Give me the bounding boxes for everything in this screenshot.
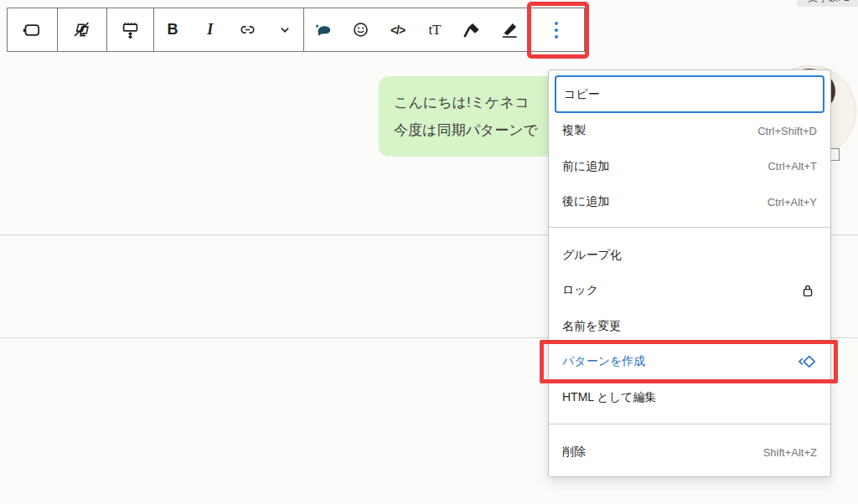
menu-item-label: ロック	[562, 283, 598, 298]
display-transform-button[interactable]	[58, 8, 107, 51]
text-size-glyph: tT	[428, 22, 441, 39]
menu-item-insert-after[interactable]: 後に追加 Ctrl+Alt+Y	[549, 184, 830, 220]
menu-item-label: 後に追加	[562, 194, 609, 209]
block-toolbar: B I	[7, 8, 585, 52]
more-dots-icon	[555, 22, 558, 25]
code-glyph: </>	[390, 23, 405, 37]
more-format-chevron-button[interactable]	[266, 8, 303, 51]
transform-display-icon	[70, 18, 93, 41]
menu-item-shortcut: Ctrl+Alt+Y	[768, 196, 817, 208]
italic-button[interactable]: I	[192, 8, 229, 51]
rich-format-button-group: </> tT	[304, 8, 529, 51]
height-adjust-icon	[119, 18, 142, 41]
menu-item-shortcut: Ctrl+Shift+D	[757, 125, 817, 137]
balloon-height-button[interactable]	[107, 8, 154, 51]
more-dots-icon	[555, 28, 558, 32]
format-button-group: B I	[154, 8, 305, 51]
menu-group-clipboard: コピー 複製 Ctrl+Shift+D 前に追加 Ctrl+Alt+T 後に追加…	[549, 70, 830, 227]
menu-item-lock[interactable]: ロック	[549, 273, 830, 309]
menu-item-label: 複製	[562, 123, 586, 138]
menu-item-rename[interactable]: 名前を変更	[549, 309, 830, 345]
highlighter-button[interactable]	[491, 8, 528, 51]
emoji-button[interactable]	[342, 8, 379, 51]
block-type-button[interactable]	[8, 8, 58, 51]
menu-item-group[interactable]: グループ化	[549, 238, 830, 274]
block-editor-canvas: 文字数: 1 こんにちは!ミケネコ 今度は同期パターンで	[0, 0, 858, 504]
menu-item-shortcut: Shift+Alt+Z	[763, 446, 817, 459]
inline-code-button[interactable]: </>	[380, 8, 416, 51]
menu-item-label: 前に追加	[562, 159, 609, 174]
block-options-dropdown-menu: コピー 複製 Ctrl+Shift+D 前に追加 Ctrl+Alt+T 後に追加…	[548, 69, 831, 477]
pattern-icon	[797, 352, 817, 372]
menu-group-delete: 削除 Shift+Alt+Z	[549, 424, 830, 476]
menu-item-copy[interactable]: コピー	[555, 75, 824, 113]
menu-item-label: パターンを作成	[562, 354, 645, 369]
menu-item-duplicate[interactable]: 複製 Ctrl+Shift+D	[549, 113, 830, 149]
text-size-button[interactable]: tT	[416, 8, 453, 51]
speech-balloon-icon	[21, 19, 43, 41]
more-dots-icon	[555, 35, 558, 39]
menu-item-delete[interactable]: 削除 Shift+Alt+Z	[549, 435, 830, 471]
chevron-down-icon	[276, 21, 294, 39]
format-paint-button[interactable]	[453, 8, 490, 51]
menu-item-label: 名前を変更	[562, 319, 621, 334]
menu-item-label: HTML として編集	[562, 390, 656, 405]
highlighter-pen-icon	[499, 19, 520, 41]
paint-brush-icon	[461, 19, 483, 41]
link-icon	[237, 19, 258, 40]
menu-item-label: グループ化	[562, 248, 622, 263]
lock-icon	[799, 281, 817, 300]
bold-button[interactable]: B	[154, 8, 191, 51]
menu-item-insert-before[interactable]: 前に追加 Ctrl+Alt+T	[549, 149, 830, 185]
menu-item-label: コピー	[564, 87, 600, 102]
italic-glyph: I	[207, 21, 213, 39]
char-count-badge: 文字数: 1	[797, 0, 858, 7]
menu-item-create-pattern[interactable]: パターンを作成	[549, 344, 830, 380]
menu-item-shortcut: Ctrl+Alt+T	[768, 160, 817, 172]
link-button[interactable]	[229, 8, 266, 51]
more-options-button[interactable]	[529, 8, 584, 51]
whale-format-button[interactable]	[305, 8, 342, 51]
emoji-icon	[350, 19, 371, 40]
menu-group-block-actions: グループ化 ロック 名前を変更 パターンを作成	[549, 227, 830, 424]
menu-item-label: 削除	[562, 445, 586, 460]
whale-icon	[313, 19, 334, 41]
menu-item-edit-as-html[interactable]: HTML として編集	[549, 380, 830, 416]
bold-glyph: B	[168, 21, 178, 39]
